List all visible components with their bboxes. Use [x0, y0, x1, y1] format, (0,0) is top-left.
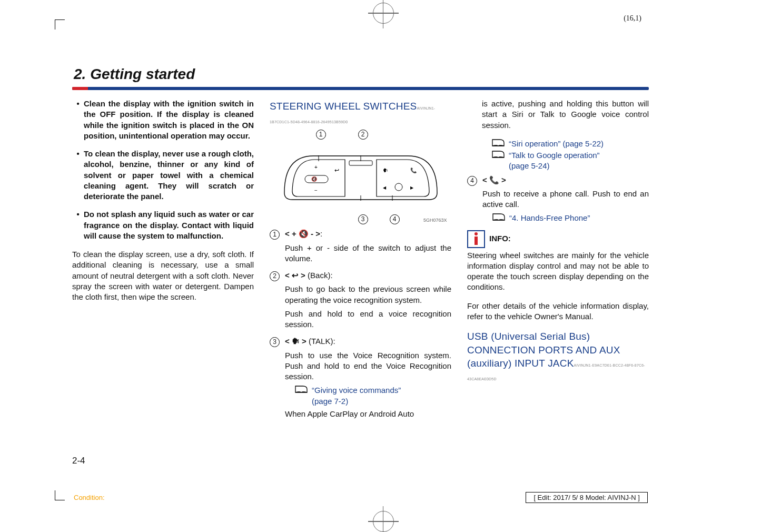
talk-icon: 🗣 — [292, 337, 300, 346]
content-columns: Clean the display with the ignition swit… — [72, 98, 649, 426]
switch-item-1: 1 < + 🔇 - >: Push + or - side of the swi… — [270, 229, 451, 267]
registration-mark-bottom — [373, 511, 394, 532]
page-ref-icon — [491, 150, 505, 159]
crop-mark-bl — [55, 490, 65, 500]
steering-wheel-figure: 1 2 3 4 + − 🔇 ↩ — [282, 130, 440, 224]
switch-pad-illustration: + − 🔇 ↩ 🗣 📞 ◀ ▶ — [282, 153, 440, 201]
svg-text:◀: ◀ — [383, 185, 387, 190]
cleaning-paragraph: To clean the display screen, use a dry, … — [72, 249, 254, 302]
continuation-text: is active, pushing and holding this butt… — [482, 98, 649, 131]
phone-icon: 📞 — [489, 175, 499, 184]
info-heading: INFO: — [467, 230, 649, 248]
callout-4-icon: 4 — [390, 214, 400, 224]
callout-3-icon: 3 — [358, 214, 368, 224]
svg-text:+: + — [314, 164, 318, 170]
column-2: STEERING WHEEL SWITCHESAIVINJN1-1B7CD1C1… — [270, 98, 451, 426]
callout-1-icon: 1 — [316, 130, 326, 140]
reference-link: “Siri operation” (page 5-22) — [491, 139, 649, 149]
edit-info-box: [ Edit: 2017/ 5/ 8 Model: AIVINJ-N ] — [526, 492, 648, 503]
crop-mark-tl — [55, 19, 65, 29]
reference-link: “Talk to Google operation” (page 5-24) — [491, 150, 649, 172]
info-paragraph: Steering wheel switches are mainly for t… — [467, 250, 649, 293]
svg-text:🔇: 🔇 — [311, 176, 318, 182]
warning-item: Clean the display with the ignition swit… — [84, 98, 254, 141]
warning-list: Clean the display with the ignition swit… — [72, 98, 254, 241]
mute-icon: 🔇 — [299, 229, 309, 238]
page-ref-icon — [294, 385, 308, 393]
column-1: Clean the display with the ignition swit… — [72, 98, 254, 426]
svg-text:📞: 📞 — [410, 167, 417, 174]
condition-label: Condition: — [74, 494, 105, 501]
callout-2-icon: 2 — [358, 130, 368, 140]
svg-rect-0 — [349, 161, 372, 165]
page-ref-icon — [491, 139, 505, 147]
sheet-number: (16,1) — [624, 14, 641, 23]
page-number: 2-4 — [72, 456, 85, 466]
reference-link: “4. Hands-Free Phone” — [492, 213, 649, 223]
column-3: is active, pushing and holding this butt… — [467, 98, 649, 426]
back-arrow-icon: ↩ — [292, 271, 299, 280]
info-paragraph: For other details of the vehicle informa… — [467, 301, 649, 322]
page: (16,1) 2. Getting started Clean the disp… — [55, 3, 711, 532]
divider-rule — [72, 87, 649, 90]
page-ref-icon — [492, 213, 506, 221]
steering-switches-heading: STEERING WHEEL SWITCHESAIVINJN1-1B7CD1C1… — [270, 100, 451, 126]
svg-point-14 — [395, 183, 402, 191]
warning-item: Do not splash any liquid such as water o… — [84, 209, 254, 241]
svg-text:−: − — [314, 188, 318, 193]
svg-text:🗣: 🗣 — [383, 168, 388, 173]
registration-mark-top — [373, 3, 394, 24]
warning-item: To clean the display, never use a rough … — [84, 149, 254, 202]
reference-link: “Giving voice commands” (page 7-2) — [294, 385, 451, 407]
svg-text:↩: ↩ — [334, 167, 339, 173]
usb-aux-heading: USB (Universal Serial Bus) CONNECTION PO… — [467, 330, 649, 384]
switch-item-4: 4 < 📞 > Push to receive a phone call. Pu… — [467, 175, 649, 225]
switch-item-2: 2 < ↩ > (Back): Push to go back to the p… — [270, 270, 451, 333]
svg-text:▶: ▶ — [410, 185, 414, 190]
figure-code: 5GH0763X — [423, 217, 447, 223]
switch-item-3: 3 < 🗣 > (TALK): Push to use the Voice Re… — [270, 336, 451, 422]
switch-enum-cont: 4 < 📞 > Push to receive a phone call. Pu… — [467, 175, 649, 225]
switch-enum: 1 < + 🔇 - >: Push + or - side of the swi… — [270, 229, 451, 422]
info-icon — [467, 230, 485, 248]
chapter-title: 2. Getting started — [74, 66, 195, 83]
